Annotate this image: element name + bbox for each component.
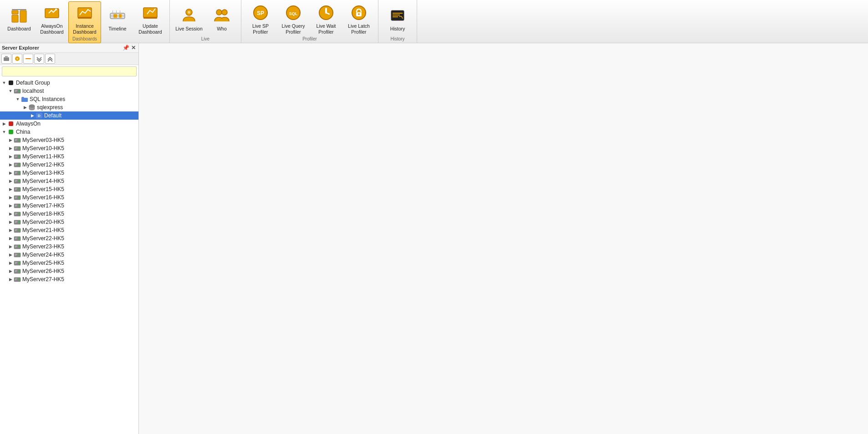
server-explorer-header: Server Explorer 📌 ✕ bbox=[0, 43, 138, 53]
server-icon-myserver17 bbox=[14, 202, 21, 209]
tree-node-myserver27[interactable]: ▶ MyServer27-HK5 bbox=[0, 275, 138, 283]
tree-node-myserver15[interactable]: ▶ MyServer15-HK5 bbox=[0, 185, 138, 193]
expander-myserver10: ▶ bbox=[7, 145, 14, 151]
tree-node-china[interactable]: ▼ China bbox=[0, 128, 138, 136]
who-label: Who bbox=[217, 26, 227, 32]
server-icon-localhost bbox=[14, 87, 21, 95]
tree-node-sqlexpress[interactable]: ▶ sqlexpress bbox=[0, 103, 138, 111]
node-label-myserver13: MyServer13-HK5 bbox=[22, 170, 64, 176]
tree-node-myserver10[interactable]: ▶ MyServer10-HK5 bbox=[0, 144, 138, 152]
tree-node-myserver03[interactable]: ▶ MyServer03-HK5 bbox=[0, 136, 138, 144]
server-explorer-title: Server Explorer bbox=[2, 45, 123, 50]
node-label-myserver26: MyServer26-HK5 bbox=[22, 268, 64, 274]
server-explorer-header-icons: 📌 ✕ bbox=[123, 45, 137, 51]
history-icon bbox=[388, 6, 407, 25]
group-green-icon bbox=[7, 128, 15, 136]
server-explorer-search[interactable] bbox=[2, 66, 137, 76]
dashboards-group-label: Dashboards bbox=[0, 36, 169, 41]
server-icon-myserver21 bbox=[14, 227, 21, 234]
expander-myserver24: ▶ bbox=[7, 252, 14, 258]
expander-myserver20: ▶ bbox=[7, 219, 14, 225]
svg-point-67 bbox=[19, 172, 20, 174]
server-icon-myserver23 bbox=[14, 243, 21, 250]
history-button[interactable]: History bbox=[381, 4, 414, 40]
tree-node-myserver24[interactable]: ▶ MyServer24-HK5 bbox=[0, 251, 138, 259]
tree-node-myserver26[interactable]: ▶ MyServer26-HK5 bbox=[0, 267, 138, 275]
dashboard-label: Dashboard bbox=[7, 26, 31, 32]
pin-icon[interactable]: 📌 bbox=[123, 45, 129, 51]
svg-point-87 bbox=[19, 213, 20, 215]
live-session-button[interactable]: Live Session bbox=[173, 4, 205, 40]
svg-point-83 bbox=[19, 205, 20, 207]
tree-node-myserver14[interactable]: ▶ MyServer14-HK5 bbox=[0, 177, 138, 185]
server-icon-myserver16 bbox=[14, 194, 21, 201]
se-tool-btn-2[interactable]: + bbox=[12, 54, 22, 64]
svg-rect-2 bbox=[20, 10, 26, 22]
history-group-label: History bbox=[378, 36, 417, 41]
timeline-button[interactable]: | | | Timeline bbox=[101, 4, 134, 40]
tree-node-myserver13[interactable]: ▶ MyServer13-HK5 bbox=[0, 169, 138, 177]
who-button[interactable]: Who bbox=[205, 4, 238, 40]
tree-node-myserver16[interactable]: ▶ MyServer16-HK5 bbox=[0, 193, 138, 202]
svg-rect-7 bbox=[78, 17, 92, 19]
svg-point-43 bbox=[19, 91, 20, 92]
node-label-myserver20: MyServer20-HK5 bbox=[22, 219, 64, 225]
svg-point-51 bbox=[19, 140, 20, 141]
svg-text:|: | bbox=[112, 10, 113, 13]
dashboard-icon bbox=[10, 6, 28, 25]
se-tool-btn-expand[interactable] bbox=[34, 54, 44, 64]
se-tool-btn-collapse[interactable] bbox=[45, 54, 55, 64]
server-icon-myserver13 bbox=[14, 169, 21, 177]
node-label-alwayson: AlwaysOn bbox=[16, 121, 41, 127]
expander-myserver18: ▶ bbox=[7, 211, 14, 217]
server-explorer-toolbar: + bbox=[0, 53, 138, 65]
svg-point-71 bbox=[19, 181, 20, 182]
expander-default-group: ▼ bbox=[1, 80, 7, 86]
svg-point-5 bbox=[55, 9, 57, 10]
node-label-china: China bbox=[16, 129, 30, 135]
expander-myserver03: ▶ bbox=[7, 137, 14, 143]
expander-myserver23: ▶ bbox=[7, 243, 14, 250]
tree-node-myserver22[interactable]: ▶ MyServer22-HK5 bbox=[0, 234, 138, 242]
dashboard-button[interactable]: Dashboard bbox=[3, 4, 36, 40]
tree-node-myserver11[interactable]: ▶ MyServer11-HK5 bbox=[0, 152, 138, 161]
tree-node-myserver25[interactable]: ▶ MyServer25-HK5 bbox=[0, 259, 138, 267]
node-label-myserver24: MyServer24-HK5 bbox=[22, 252, 64, 258]
expander-alwayson: ▶ bbox=[1, 121, 7, 127]
tree-node-myserver21[interactable]: ▶ MyServer21-HK5 bbox=[0, 226, 138, 234]
close-icon[interactable]: ✕ bbox=[130, 45, 137, 51]
svg-point-79 bbox=[19, 197, 20, 198]
svg-text:SP: SP bbox=[257, 10, 264, 16]
svg-point-107 bbox=[19, 254, 20, 256]
server-icon-myserver15 bbox=[14, 186, 21, 193]
tree-node-alwayson[interactable]: ▶ AlwaysOn bbox=[0, 120, 138, 128]
tree-node-myserver17[interactable]: ▶ MyServer17-HK5 bbox=[0, 202, 138, 210]
instance-dashboard-icon bbox=[76, 4, 94, 22]
tree-node-myserver23[interactable]: ▶ MyServer23-HK5 bbox=[0, 242, 138, 251]
node-label-myserver25: MyServer25-HK5 bbox=[22, 260, 64, 266]
tree-node-myserver12[interactable]: ▶ MyServer12-HK5 bbox=[0, 161, 138, 169]
tree-node-sql-instances[interactable]: ▼ SQL Instances bbox=[0, 95, 138, 103]
live-query-profiler-label: Live Query Profiler bbox=[279, 23, 307, 35]
server-explorer-panel: Server Explorer 📌 ✕ + bbox=[0, 43, 139, 434]
tree-node-default[interactable]: ▶ D Default bbox=[0, 111, 138, 120]
toolbar-group-dashboards: Dashboard AlwaysOn Dashboard bbox=[0, 0, 170, 43]
toolbar-group-profiler: SP Live SP Profiler SQL Live Query Profi… bbox=[241, 0, 378, 43]
tree-node-myserver18[interactable]: ▶ MyServer18-HK5 bbox=[0, 210, 138, 218]
svg-rect-3 bbox=[12, 9, 26, 10]
node-label-myserver23: MyServer23-HK5 bbox=[22, 243, 64, 250]
se-tool-btn-1[interactable] bbox=[1, 54, 11, 64]
se-tool-btn-3[interactable] bbox=[23, 54, 33, 64]
live-query-profiler-icon: SQL bbox=[284, 4, 302, 22]
server-icon-myserver03 bbox=[14, 136, 21, 144]
svg-text:SQL: SQL bbox=[289, 11, 298, 16]
svg-point-63 bbox=[19, 164, 20, 166]
tree-node-localhost[interactable]: ▼ localhost bbox=[0, 87, 138, 95]
tree-node-default-group[interactable]: ▼ Default Group bbox=[0, 79, 138, 87]
update-dashboard-icon bbox=[141, 4, 159, 22]
svg-rect-17 bbox=[143, 17, 157, 19]
svg-point-55 bbox=[19, 148, 20, 149]
svg-rect-37 bbox=[4, 57, 9, 61]
tree-node-myserver20[interactable]: ▶ MyServer20-HK5 bbox=[0, 218, 138, 226]
svg-point-32 bbox=[358, 13, 360, 15]
